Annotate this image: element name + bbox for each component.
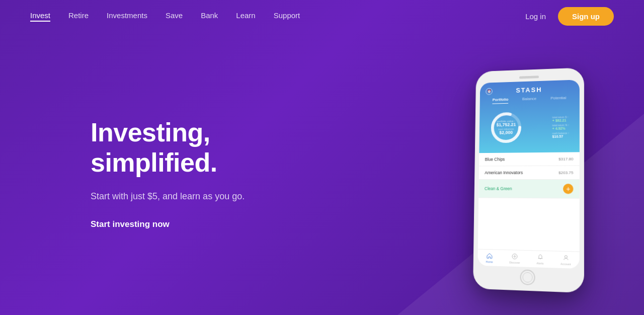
app-nav-account-label: Account [560, 262, 571, 266]
cta-link[interactable]: Start investing now [91, 219, 170, 229]
stat-value-2: $10.57 [552, 134, 570, 138]
stat-value-0: + $82.21 [552, 118, 570, 122]
compass-icon [511, 253, 518, 260]
phone-home-button[interactable] [520, 269, 535, 285]
nav-item-investments[interactable]: Investments [107, 11, 147, 22]
portfolio-value: $1,752.21 [497, 123, 516, 128]
app-tab-potential[interactable]: Potential [550, 96, 566, 103]
stat-total-return-pct: total return % ↑ + 4.92% [552, 123, 570, 130]
portfolio-item-blue-chips: Blue Chips $317.80 [479, 152, 580, 166]
donut-center: portfolio value ↑ $1,752.21 next milesto… [496, 120, 516, 136]
portfolio-list: Blue Chips $317.80 American Innovators $… [478, 152, 580, 251]
app-nav-discover-label: Discover [509, 261, 520, 264]
app-nav-discover[interactable]: Discover [509, 253, 520, 264]
app-nav-home-label: Home [486, 260, 493, 263]
next-milestone-value: $2,000 [496, 130, 516, 135]
phone-screen: ⏰ STASH Portfolio Balance Potential [477, 80, 580, 269]
app-nav-account[interactable]: Account [560, 254, 571, 266]
phone-mockup: ⏰ STASH Portfolio Balance Potential [473, 68, 584, 289]
item-name-clean-green: Clean & Green [485, 186, 512, 191]
hero-heading: Investing, simplified. [91, 118, 332, 178]
nav-item-retire[interactable]: Retire [68, 11, 89, 22]
app-tab-portfolio[interactable]: Portfolio [493, 97, 509, 104]
svg-point-3 [514, 256, 515, 257]
signup-button[interactable]: Sign up [558, 7, 614, 26]
phone-home-inner [522, 272, 532, 283]
app-nav-home[interactable]: Home [486, 252, 493, 264]
app-tab-balance[interactable]: Balance [522, 97, 536, 104]
nav-item-learn[interactable]: Learn [236, 11, 255, 22]
add-investment-button[interactable]: + [563, 184, 573, 194]
app-clock-icon: ⏰ [486, 88, 492, 95]
nav-item-invest[interactable]: Invest [30, 11, 50, 22]
app-stats: total return $ ↑ + $82.21 total return %… [552, 115, 570, 138]
hero-section: Investing, simplified. Start with just $… [91, 118, 332, 230]
portfolio-item-clean-green: Clean & Green + [478, 180, 580, 199]
navbar: Invest Retire Investments Save Bank Lear… [0, 0, 644, 32]
main-content: Investing, simplified. Start with just $… [0, 32, 644, 315]
stat-cash-balance: cash balance ↑ $10.57 [552, 131, 570, 138]
person-icon [562, 254, 569, 262]
app-title: STASH [516, 86, 542, 94]
nav-item-bank[interactable]: Bank [201, 11, 218, 22]
app-chart-area: portfolio value ↑ $1,752.21 next milesto… [485, 107, 574, 147]
item-value-blue-chips: $317.80 [558, 156, 573, 161]
item-value-american-innovators: $203.75 [558, 170, 573, 175]
phone-speaker [519, 75, 539, 78]
phone-body: ⏰ STASH Portfolio Balance Potential [473, 67, 584, 293]
portfolio-item-american-innovators: American Innovators $203.75 [479, 166, 580, 180]
item-name-blue-chips: Blue Chips [485, 157, 505, 162]
stat-total-return-dollar: total return $ ↑ + $82.21 [552, 115, 570, 122]
svg-point-4 [565, 256, 567, 258]
app-nav-alerts[interactable]: Alerts [536, 254, 543, 265]
app-bottom-nav: Home Discover [477, 249, 579, 269]
nav-item-save[interactable]: Save [166, 11, 183, 22]
svg-point-2 [512, 254, 517, 259]
nav-right: Log in Sign up [525, 7, 614, 26]
login-button[interactable]: Log in [525, 12, 546, 21]
bell-icon [536, 254, 543, 261]
nav-links: Invest Retire Investments Save Bank Lear… [30, 11, 300, 22]
donut-chart: portfolio value ↑ $1,752.21 next milesto… [489, 110, 523, 145]
app-top-row: ⏰ STASH [486, 85, 573, 95]
hero-subtext: Start with just $5, and learn as you go. [91, 190, 332, 203]
app-nav-alerts-label: Alerts [536, 262, 543, 265]
item-name-american-innovators: American Innovators [485, 170, 523, 175]
app-tabs: Portfolio Balance Potential [486, 95, 574, 104]
home-icon [486, 252, 493, 259]
nav-item-support[interactable]: Support [274, 11, 300, 22]
stat-value-1: + 4.92% [552, 126, 570, 130]
app-header: ⏰ STASH Portfolio Balance Potential [479, 80, 580, 153]
